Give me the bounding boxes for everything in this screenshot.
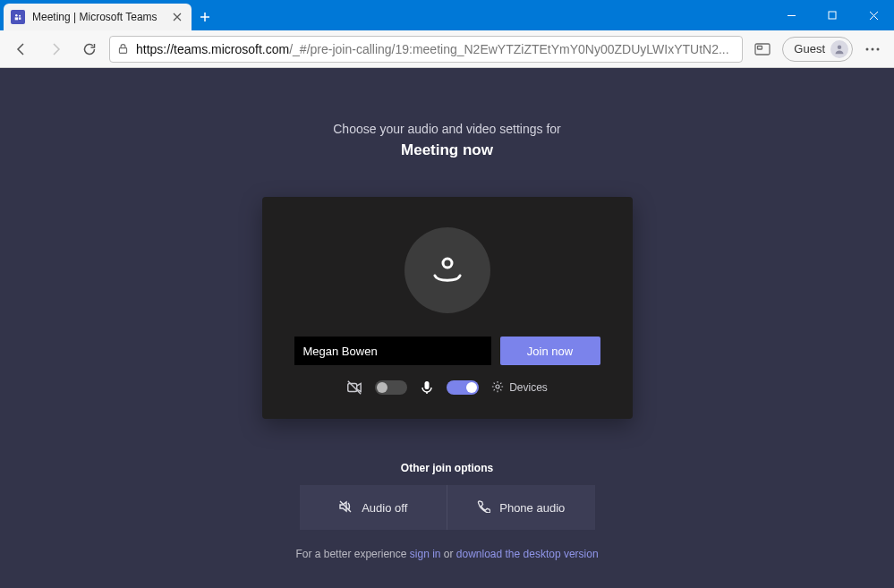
camera-off-icon [346, 379, 362, 396]
mic-icon [420, 380, 434, 395]
window-close-button[interactable] [853, 0, 894, 30]
footnote: For a better experience sign in or downl… [295, 548, 598, 560]
other-options-heading: Other join options [401, 462, 493, 474]
join-now-button[interactable]: Join now [500, 337, 600, 365]
window-titlebar: Meeting | Microsoft Teams [0, 0, 894, 30]
audio-off-label: Audio off [362, 501, 407, 515]
svg-point-9 [877, 47, 880, 50]
phone-audio-label: Phone audio [499, 501, 565, 515]
tab-close-icon[interactable] [170, 10, 184, 24]
name-input[interactable] [294, 337, 491, 365]
svg-rect-12 [425, 381, 430, 389]
video-preview-panel: Join now Devices [262, 197, 633, 419]
profile-button[interactable]: Guest [782, 37, 853, 62]
gear-icon [491, 380, 504, 396]
more-menu-button[interactable] [858, 35, 887, 64]
phone-audio-option[interactable]: Phone audio [447, 485, 595, 530]
svg-point-7 [866, 47, 869, 50]
address-bar[interactable]: https://teams.microsoft.com/_#/pre-join-… [109, 36, 743, 63]
svg-point-0 [15, 14, 18, 17]
svg-rect-3 [119, 48, 126, 54]
meeting-name: Meeting now [401, 141, 493, 159]
devices-button[interactable]: Devices [491, 380, 548, 396]
av-controls: Devices [346, 379, 548, 396]
settings-prompt: Choose your audio and video settings for [333, 122, 561, 136]
browser-tab[interactable]: Meeting | Microsoft Teams [4, 4, 192, 30]
svg-point-8 [872, 47, 874, 50]
audio-off-icon [338, 499, 353, 516]
camera-toggle[interactable] [375, 380, 407, 395]
lock-icon [117, 43, 129, 55]
profile-avatar-icon [830, 40, 848, 58]
svg-rect-2 [829, 12, 836, 19]
back-button[interactable] [7, 35, 36, 64]
browser-toolbar: https://teams.microsoft.com/_#/pre-join-… [0, 30, 894, 68]
window-minimize-button[interactable] [771, 0, 812, 30]
svg-point-13 [496, 384, 499, 388]
profile-label: Guest [794, 42, 825, 55]
refresh-button[interactable] [75, 35, 104, 64]
mic-toggle[interactable] [447, 380, 479, 395]
svg-rect-5 [758, 46, 762, 49]
other-options-panel: Audio off Phone audio [300, 485, 595, 530]
window-maximize-button[interactable] [812, 0, 853, 30]
audio-off-option[interactable]: Audio off [300, 485, 447, 530]
new-tab-button[interactable] [192, 4, 218, 30]
sign-in-link[interactable]: sign in [410, 548, 441, 560]
svg-point-6 [838, 45, 842, 49]
teams-prejoin-page: Choose your audio and video settings for… [0, 68, 894, 588]
screenshot-icon[interactable] [748, 35, 777, 64]
svg-point-10 [443, 259, 452, 268]
tab-title: Meeting | Microsoft Teams [32, 11, 170, 23]
svg-point-1 [19, 15, 21, 17]
teams-favicon [11, 10, 25, 24]
avatar-placeholder [404, 227, 490, 313]
url-text: https://teams.microsoft.com/_#/pre-join-… [136, 42, 735, 56]
name-join-row: Join now [294, 337, 600, 365]
forward-button[interactable] [41, 35, 70, 64]
phone-icon [477, 499, 490, 516]
download-link[interactable]: download the desktop version [456, 548, 599, 560]
window-controls [771, 0, 894, 30]
devices-label: Devices [509, 381, 548, 394]
